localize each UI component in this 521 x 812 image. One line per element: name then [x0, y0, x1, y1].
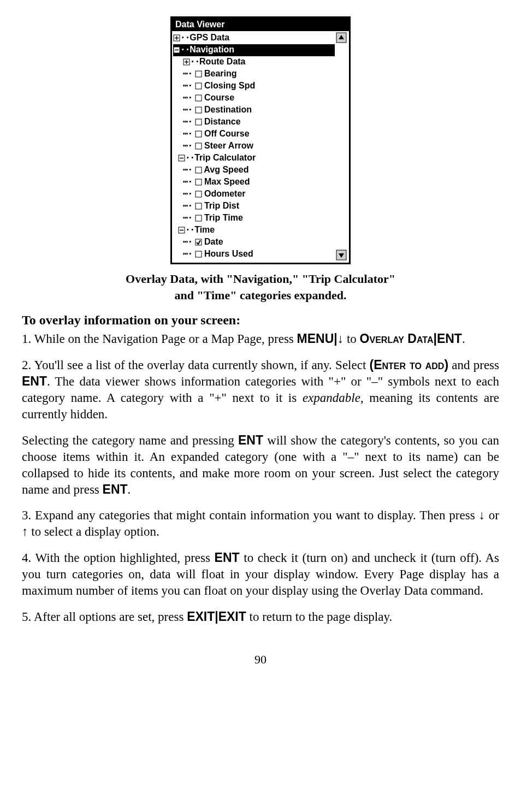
tree-item-off-course[interactable]: ⋯· Off Course	[173, 128, 335, 140]
tree-item-navigation[interactable]: ··Navigation	[173, 44, 335, 56]
checkbox-empty-icon[interactable]	[195, 141, 202, 152]
tree-item-trip-calculator[interactable]: ··Trip Calculator	[173, 152, 335, 164]
svg-rect-8	[196, 71, 202, 77]
section-heading: To overlay information on your screen:	[22, 313, 499, 328]
scroll-down-icon[interactable]	[336, 250, 347, 260]
checkbox-empty-icon[interactable]	[195, 117, 202, 128]
svg-rect-19	[196, 191, 202, 197]
step-2: 2. You'll see a list of the overlay data…	[22, 357, 499, 423]
tree-item-destination[interactable]: ⋯· Destination	[173, 104, 335, 116]
tree-item-trip-dist[interactable]: ⋯· Trip Dist	[173, 200, 335, 212]
svg-rect-13	[196, 131, 202, 137]
figure-caption: Overlay Data, with "Navigation," "Trip C…	[55, 271, 466, 303]
tree-item-max-speed[interactable]: ⋯· Max Speed	[173, 176, 335, 188]
window-title: Data Viewer	[172, 18, 349, 31]
plus-box-icon	[173, 33, 180, 44]
checkbox-empty-icon[interactable]	[195, 69, 202, 80]
data-viewer-window: Data Viewer ··GPS Data ··Navigation ··Ro…	[170, 16, 351, 264]
checkbox-empty-icon[interactable]	[195, 177, 202, 188]
tree-item-avg-speed[interactable]: ⋯· Avg Speed	[173, 164, 335, 176]
checkbox-empty-icon[interactable]	[195, 129, 202, 140]
checkbox-empty-icon[interactable]	[195, 201, 202, 212]
svg-rect-25	[196, 251, 202, 257]
checkbox-empty-icon[interactable]	[195, 214, 202, 224]
tree-item-route-data[interactable]: ··Route Data	[173, 56, 335, 68]
tree-item-trip-time[interactable]: ⋯· Trip Time	[173, 212, 335, 224]
tree-item-date[interactable]: ⋯· Date	[173, 236, 335, 248]
checkbox-empty-icon[interactable]	[195, 250, 202, 260]
svg-rect-17	[196, 167, 202, 173]
tree-item-odometer[interactable]: ⋯· Odometer	[173, 188, 335, 200]
svg-rect-20	[196, 203, 202, 209]
svg-rect-18	[196, 179, 202, 185]
tree-item-closing-spd[interactable]: ⋯· Closing Spd	[173, 80, 335, 92]
tree-item-hours-used[interactable]: ⋯· Hours Used	[173, 248, 335, 260]
checkbox-empty-icon[interactable]	[195, 81, 202, 92]
svg-rect-21	[196, 215, 202, 221]
minus-box-icon	[173, 45, 180, 56]
tree-item-course[interactable]: ⋯· Course	[173, 92, 335, 104]
tree[interactable]: ··GPS Data ··Navigation ··Route Data ⋯· …	[173, 32, 335, 260]
svg-rect-10	[196, 95, 202, 101]
checkbox-empty-icon[interactable]	[195, 189, 202, 200]
svg-rect-12	[196, 119, 202, 125]
tree-item-distance[interactable]: ⋯· Distance	[173, 116, 335, 128]
step-5: 5. After all options are set, press EXIT…	[22, 609, 499, 625]
scroll-up-icon[interactable]	[336, 32, 347, 43]
step-3: 3. Expand any categories that might cont…	[22, 507, 499, 540]
svg-rect-9	[196, 83, 202, 89]
checkbox-empty-icon[interactable]	[195, 105, 202, 116]
checkbox-empty-icon[interactable]	[195, 93, 202, 104]
tree-item-steer-arrow[interactable]: ⋯· Steer Arrow	[173, 140, 335, 152]
minus-box-icon	[178, 153, 185, 164]
step-4: 4. With the option highlighted, press EN…	[22, 550, 499, 599]
tree-item-gps-data[interactable]: ··GPS Data	[173, 32, 335, 44]
page-number: 90	[22, 653, 499, 667]
step-1: 1. While on the Navigation Page or a Map…	[22, 331, 499, 347]
minus-box-icon	[178, 226, 185, 236]
plus-box-icon	[183, 57, 190, 68]
paragraph-selecting: Selecting the category name and pressing…	[22, 432, 499, 498]
scrollbar[interactable]	[335, 32, 348, 260]
checkbox-empty-icon[interactable]	[195, 165, 202, 176]
svg-rect-11	[196, 107, 202, 113]
checkbox-checked-icon[interactable]	[195, 238, 202, 248]
tree-item-bearing[interactable]: ⋯· Bearing	[173, 68, 335, 80]
tree-item-time[interactable]: ··Time	[173, 224, 335, 236]
svg-rect-14	[196, 143, 202, 149]
